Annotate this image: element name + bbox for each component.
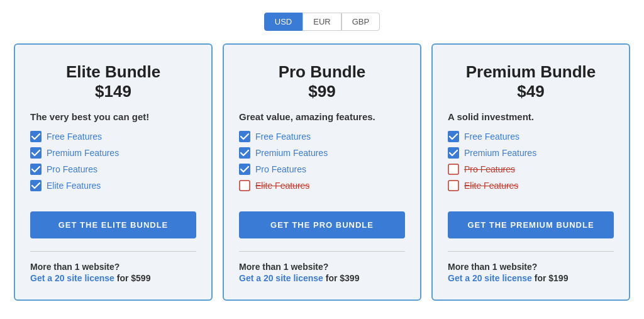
card-elite: Elite Bundle$149The very best you can ge…: [14, 43, 213, 301]
card-premium: Premium Bundle$49A solid investment.Free…: [431, 43, 630, 301]
check-blue-icon: [30, 131, 42, 142]
card-price-elite: $149: [30, 82, 196, 101]
multi-site-detail: Get a 20 site license for $399: [239, 273, 405, 283]
feature-item: Elite Features: [448, 180, 614, 191]
check-blue-icon: [30, 180, 42, 191]
multi-site-detail: Get a 20 site license for $599: [30, 273, 196, 283]
multi-site-label: More than 1 website?: [448, 262, 614, 272]
feature-link[interactable]: Premium Features: [47, 148, 119, 158]
multi-site-label: More than 1 website?: [239, 262, 405, 272]
feature-link[interactable]: Free Features: [464, 132, 519, 142]
feature-link[interactable]: Elite Features: [47, 181, 101, 191]
feature-item: Premium Features: [239, 147, 405, 159]
card-title-pro: Pro Bundle: [239, 62, 405, 82]
feature-link[interactable]: Pro Features: [47, 164, 97, 174]
card-price-pro: $99: [239, 82, 405, 101]
feature-link[interactable]: Free Features: [47, 132, 102, 142]
multi-site-link[interactable]: Get a 20 site license: [239, 273, 323, 283]
feature-list-elite: Free FeaturesPremium FeaturesPro Feature…: [30, 131, 196, 196]
check-blue-icon: [239, 131, 250, 142]
svg-rect-7: [240, 181, 250, 191]
feature-item: Free Features: [448, 131, 614, 142]
currency-btn-usd[interactable]: USD: [264, 13, 303, 31]
multi-site-detail: Get a 20 site license for $199: [448, 273, 614, 283]
card-pro: Pro Bundle$99Great value, amazing featur…: [223, 43, 421, 301]
feature-item: Pro Features: [239, 164, 405, 175]
feature-link[interactable]: Premium Features: [255, 148, 328, 158]
multi-site-label: More than 1 website?: [30, 262, 196, 272]
cta-button-premium[interactable]: GET THE PREMIUM BUNDLE: [448, 211, 614, 238]
multi-site-elite: More than 1 website?Get a 20 site licens…: [30, 251, 196, 284]
feature-item: Elite Features: [30, 180, 196, 191]
cta-button-elite[interactable]: GET THE ELITE BUNDLE: [30, 211, 196, 238]
check-red-icon: [448, 164, 459, 175]
card-title-premium: Premium Bundle: [448, 62, 614, 82]
feature-link-strikethrough[interactable]: Pro Features: [464, 164, 515, 174]
feature-item: Free Features: [30, 131, 196, 142]
feature-link[interactable]: Free Features: [255, 132, 311, 142]
card-tagline-pro: Great value, amazing features.: [239, 111, 405, 122]
feature-link-strikethrough[interactable]: Elite Features: [464, 181, 518, 191]
cta-button-pro[interactable]: GET THE PRO BUNDLE: [239, 211, 405, 238]
feature-item: Pro Features: [448, 164, 614, 175]
check-blue-icon: [239, 164, 250, 175]
check-blue-icon: [448, 131, 459, 142]
card-tagline-elite: The very best you can get!: [30, 111, 196, 122]
currency-btn-eur[interactable]: EUR: [303, 13, 341, 31]
feature-link[interactable]: Premium Features: [464, 148, 536, 158]
feature-list-premium: Free FeaturesPremium FeaturesPro Feature…: [448, 131, 614, 196]
feature-item: Elite Features: [239, 180, 405, 191]
feature-link[interactable]: Pro Features: [255, 164, 306, 174]
svg-rect-10: [448, 164, 458, 174]
feature-item: Premium Features: [30, 147, 196, 159]
currency-btn-gbp[interactable]: GBP: [341, 13, 380, 31]
card-tagline-premium: A solid investment.: [448, 111, 614, 122]
multi-site-link[interactable]: Get a 20 site license: [448, 273, 532, 283]
feature-item: Premium Features: [448, 147, 614, 159]
feature-item: Pro Features: [30, 164, 196, 175]
check-blue-icon: [30, 164, 42, 175]
feature-link-strikethrough[interactable]: Elite Features: [255, 181, 309, 191]
check-red-icon: [448, 180, 459, 191]
multi-site-premium: More than 1 website?Get a 20 site licens…: [448, 251, 614, 284]
check-red-icon: [239, 180, 250, 191]
card-price-premium: $49: [448, 82, 614, 101]
feature-item: Free Features: [239, 131, 405, 142]
currency-switcher: USDEURGBP: [264, 13, 380, 31]
feature-list-pro: Free FeaturesPremium FeaturesPro Feature…: [239, 131, 405, 196]
card-title-elite: Elite Bundle: [30, 62, 196, 82]
check-blue-icon: [448, 147, 459, 159]
multi-site-link[interactable]: Get a 20 site license: [30, 273, 114, 283]
check-blue-icon: [239, 147, 250, 159]
cards-container: Elite Bundle$149The very best you can ge…: [14, 43, 630, 301]
check-blue-icon: [30, 147, 42, 159]
svg-rect-11: [448, 181, 458, 191]
multi-site-pro: More than 1 website?Get a 20 site licens…: [239, 251, 405, 284]
